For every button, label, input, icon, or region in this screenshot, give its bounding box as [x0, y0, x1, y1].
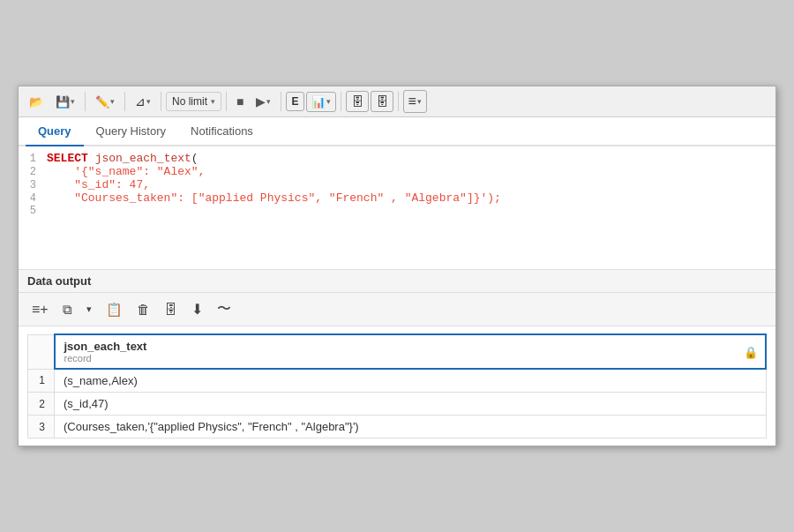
separator-3	[161, 92, 161, 111]
filter-button[interactable]: ⊿ ▾	[130, 91, 156, 112]
separator-2	[124, 92, 125, 111]
separator-5	[281, 92, 281, 111]
line-num-3: 3	[19, 179, 47, 191]
row-value-3: (Courses_taken,'{"applied Physics", "Fre…	[55, 416, 767, 438]
code-content-4: "Courses_taken": ["applied Physics", "Fr…	[47, 191, 775, 205]
save-chevron-icon: ▾	[71, 97, 75, 106]
limit-chevron-icon: ▾	[211, 97, 215, 106]
separator-6	[341, 92, 341, 111]
copy-dropdown-button[interactable]: ▾	[80, 300, 98, 318]
save-button[interactable]: 💾 ▾	[50, 92, 80, 112]
separator-1	[85, 92, 86, 111]
menu-button[interactable]: ≡ ▾	[403, 90, 427, 113]
row-num-1: 1	[28, 369, 55, 393]
data-output-header: Data output	[19, 270, 775, 293]
edit-button[interactable]: ✏️ ▾	[90, 92, 120, 112]
line-num-5: 5	[19, 205, 47, 217]
tab-query-history[interactable]: Query History	[84, 117, 178, 146]
code-line-5: 5	[19, 205, 775, 217]
results-table: json_each_text record 🔒 1 (s_name,Alex) …	[27, 333, 767, 438]
paste-button[interactable]: 📋	[100, 298, 129, 321]
delete-button[interactable]: 🗑	[131, 298, 156, 320]
code-content-2: '{"s_name": "Alex",	[47, 165, 775, 178]
filter-chevron-icon: ▾	[146, 97, 151, 106]
row-num-3: 3	[28, 416, 55, 438]
db-save-button[interactable]: 🗄	[158, 298, 184, 320]
row-num-header	[28, 334, 55, 369]
main-window: 📂 💾 ▾ ✏️ ▾ ⊿ ▾ No limit ▾ ■ ▶ ▾	[18, 86, 776, 446]
tab-notifications[interactable]: Notifications	[178, 117, 266, 146]
copy-button[interactable]: ⧉	[56, 298, 79, 321]
data-toolbar: ≡+ ⧉ ▾ 📋 🗑 🗄 ⬇ 〜	[19, 293, 775, 326]
explain-button[interactable]: E	[286, 92, 303, 111]
add-row-button[interactable]: ≡+	[26, 298, 55, 321]
db-button-1[interactable]: 🗄	[346, 91, 369, 112]
chart-icon: 📊	[311, 95, 326, 109]
menu-chevron-icon: ▾	[417, 97, 422, 106]
code-content-3: "s_id": 47,	[47, 178, 775, 191]
lock-icon: 🔒	[744, 345, 758, 358]
line-num-2: 2	[19, 166, 47, 178]
chart-button[interactable]: 📊 ▾	[306, 92, 336, 112]
run-icon: ▶	[256, 94, 266, 109]
stop-button[interactable]: ■	[231, 91, 249, 112]
db-icon-2: 🗄	[376, 94, 388, 109]
toolbar: 📂 💾 ▾ ✏️ ▾ ⊿ ▾ No limit ▾ ■ ▶ ▾	[19, 86, 775, 117]
code-content-1: SELECT json_each_text(	[47, 152, 775, 165]
row-value-2: (s_id,47)	[55, 393, 767, 416]
table-row: 2 (s_id,47)	[28, 393, 767, 416]
run-button[interactable]: ▶ ▾	[251, 91, 276, 112]
code-editor[interactable]: 1 SELECT json_each_text( 2 '{"s_name": "…	[19, 146, 775, 270]
row-num-2: 2	[28, 393, 55, 416]
save-icon: 💾	[56, 95, 70, 109]
db-button-2[interactable]: 🗄	[371, 91, 393, 112]
separator-7	[398, 92, 399, 111]
table-row: 1 (s_name,Alex)	[28, 369, 767, 393]
row-value-1: (s_name,Alex)	[55, 369, 767, 393]
explain-icon: E	[291, 95, 298, 108]
stop-icon: ■	[236, 94, 243, 109]
results-section: json_each_text record 🔒 1 (s_name,Alex) …	[19, 326, 775, 446]
tab-query[interactable]: Query	[26, 117, 84, 146]
line-num-4: 4	[19, 192, 47, 205]
code-line-4: 4 "Courses_taken": ["applied Physics", "…	[19, 191, 775, 205]
tab-bar: Query Query History Notifications	[19, 117, 775, 146]
limit-label: No limit	[172, 95, 207, 108]
chart-chevron-icon: ▾	[326, 97, 331, 106]
pencil-icon: ✏️	[95, 95, 109, 109]
db-icon-1: 🗄	[351, 94, 363, 109]
open-folder-button[interactable]: 📂	[24, 92, 49, 112]
run-chevron-icon: ▾	[266, 97, 271, 106]
graph-button[interactable]: 〜	[211, 296, 237, 322]
col-header-json-each-text: json_each_text record 🔒	[55, 334, 767, 369]
code-line-1: 1 SELECT json_each_text(	[19, 152, 775, 165]
folder-icon: 📂	[29, 95, 43, 109]
download-button[interactable]: ⬇	[185, 297, 209, 321]
line-num-1: 1	[19, 153, 47, 165]
table-row: 3 (Courses_taken,'{"applied Physics", "F…	[28, 416, 767, 438]
separator-4	[226, 92, 227, 111]
edit-chevron-icon: ▾	[110, 97, 115, 106]
code-line-3: 3 "s_id": 47,	[19, 178, 775, 191]
code-line-2: 2 '{"s_name": "Alex",	[19, 165, 775, 178]
limit-dropdown[interactable]: No limit ▾	[166, 92, 221, 111]
menu-icon: ≡	[408, 94, 416, 109]
filter-icon: ⊿	[135, 94, 146, 109]
